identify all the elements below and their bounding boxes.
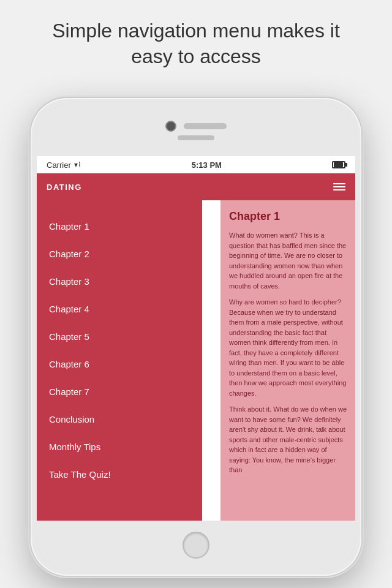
content-area: Chapter 1Chapter 2Chapter 3Chapter 4Chap… xyxy=(37,200,355,521)
page-header: Simple navigation menu makes it easy to … xyxy=(0,0,392,81)
hamburger-menu-icon[interactable] xyxy=(333,183,345,190)
chapter-paragraph-1: What do women want? This is a question t… xyxy=(229,230,347,291)
camera-icon xyxy=(165,121,176,132)
carrier-label: Carrier xyxy=(47,160,71,170)
nav-item-chapter-4[interactable]: Chapter 4 xyxy=(37,295,202,323)
status-right xyxy=(332,161,345,168)
status-left: Carrier ▾⌇ xyxy=(47,160,81,170)
app-navbar: DATING xyxy=(37,173,355,200)
chapter-panel-text: What do women want? This is a question t… xyxy=(229,230,347,481)
battery-fill xyxy=(334,162,343,167)
nav-item-chapter-3[interactable]: Chapter 3 xyxy=(37,268,202,295)
hamburger-line-2 xyxy=(333,186,345,187)
earpiece xyxy=(184,123,227,129)
page-title: Simple navigation menu makes it easy to … xyxy=(31,18,361,69)
screen: Carrier ▾⌇ 5:13 PM DATING xyxy=(37,156,355,521)
chapter-paragraph-2: Why are women so hard to decipher? Becau… xyxy=(229,297,347,398)
top-bezel xyxy=(37,104,355,156)
camera-area xyxy=(165,121,227,132)
phone-frame: Carrier ▾⌇ 5:13 PM DATING xyxy=(31,98,361,576)
battery-icon xyxy=(332,161,345,168)
status-bar: Carrier ▾⌇ 5:13 PM xyxy=(37,156,355,173)
chapter-panel: Chapter 1 What do women want? This is a … xyxy=(221,200,355,521)
nav-item-take-quiz[interactable]: Take The Quiz! xyxy=(37,461,202,488)
wifi-icon: ▾⌇ xyxy=(74,160,81,169)
nav-item-chapter-1[interactable]: Chapter 1 xyxy=(37,213,202,240)
chapter-paragraph-3: Think about it. What do we do when we wa… xyxy=(229,404,347,475)
bottom-bezel xyxy=(37,521,355,570)
chapter-panel-title: Chapter 1 xyxy=(229,210,347,223)
hamburger-line-3 xyxy=(333,189,345,190)
status-time: 5:13 PM xyxy=(81,160,332,170)
phone-inner: Carrier ▾⌇ 5:13 PM DATING xyxy=(37,104,355,570)
app-title: DATING xyxy=(47,183,82,192)
nav-item-chapter-6[interactable]: Chapter 6 xyxy=(37,350,202,378)
hamburger-line-1 xyxy=(333,183,345,184)
nav-item-chapter-7[interactable]: Chapter 7 xyxy=(37,378,202,405)
nav-item-conclusion[interactable]: Conclusion xyxy=(37,405,202,433)
nav-drawer: Chapter 1Chapter 2Chapter 3Chapter 4Chap… xyxy=(37,200,202,521)
nav-item-chapter-5[interactable]: Chapter 5 xyxy=(37,323,202,350)
home-button[interactable] xyxy=(183,532,209,559)
nav-item-chapter-2[interactable]: Chapter 2 xyxy=(37,240,202,268)
nav-item-monthly-tips[interactable]: Monthly Tips xyxy=(37,433,202,461)
speaker-slot xyxy=(178,135,214,140)
